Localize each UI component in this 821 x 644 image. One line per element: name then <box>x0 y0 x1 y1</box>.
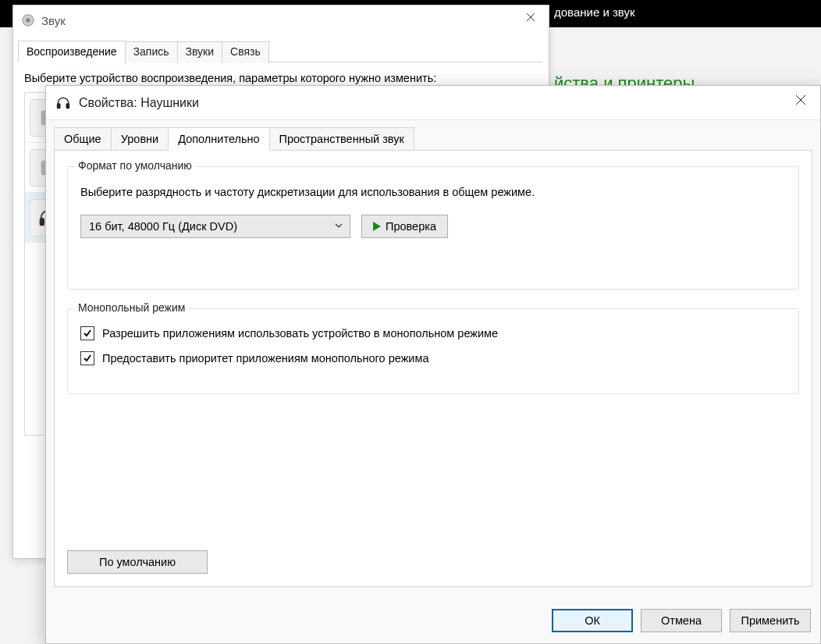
properties-title: Свойства: Наушники <box>79 96 199 110</box>
play-icon <box>373 222 381 231</box>
test-button[interactable]: Проверка <box>361 215 448 238</box>
dialog-button-row: ОК Отмена Применить <box>552 609 811 632</box>
tab-advanced[interactable]: Дополнительно <box>168 127 269 151</box>
checkbox-allow-exclusive-label: Разрешить приложениям использовать устро… <box>102 327 498 340</box>
default-format-description: Выберите разрядность и частоту дискретиз… <box>80 184 786 201</box>
sound-instruction: Выберите устройство воспроизведения, пар… <box>24 72 539 84</box>
tab-recording[interactable]: Запись <box>125 41 178 63</box>
apply-button[interactable]: Применить <box>730 609 811 632</box>
svg-rect-9 <box>66 103 69 108</box>
tab-communications[interactable]: Связь <box>222 41 269 63</box>
group-default-format-legend: Формат по умолчанию <box>74 159 196 172</box>
sound-close-button[interactable] <box>513 5 549 29</box>
ok-button[interactable]: ОК <box>552 609 633 632</box>
checkbox-exclusive-priority[interactable] <box>80 351 94 365</box>
properties-close-button[interactable] <box>781 86 820 114</box>
format-combobox-value: 16 бит, 48000 Гц (Диск DVD) <box>89 220 237 233</box>
tab-playback[interactable]: Воспроизведение <box>18 41 126 62</box>
svg-rect-8 <box>58 103 60 108</box>
tab-general[interactable]: Общие <box>54 127 112 151</box>
sound-tabs: Воспроизведение Запись Звуки Связь <box>18 40 542 62</box>
properties-tabs: Общие Уровни Дополнительно Пространствен… <box>54 126 812 150</box>
group-exclusive-mode: Монопольный режим Разрешить приложениям … <box>67 308 799 394</box>
checkmark-icon <box>83 354 92 363</box>
svg-rect-6 <box>41 219 44 225</box>
sound-titlebar[interactable]: Звук <box>13 5 549 35</box>
tab-sounds[interactable]: Звуки <box>177 41 223 63</box>
properties-panel: Формат по умолчанию Выберите разрядность… <box>54 150 812 587</box>
cancel-button[interactable]: Отмена <box>641 609 722 632</box>
close-icon <box>795 94 806 105</box>
svg-point-1 <box>26 18 30 22</box>
close-icon <box>526 12 535 22</box>
tab-levels[interactable]: Уровни <box>111 127 169 151</box>
headphones-icon <box>55 95 71 111</box>
checkbox-allow-exclusive[interactable] <box>80 326 94 340</box>
speaker-icon <box>21 13 35 27</box>
sound-title: Звук <box>41 14 66 27</box>
chevron-down-icon <box>334 220 343 233</box>
properties-titlebar[interactable]: Свойства: Наушники <box>46 86 820 120</box>
properties-dialog: Свойства: Наушники Общие Уровни Дополнит… <box>45 85 821 644</box>
group-default-format: Формат по умолчанию Выберите разрядность… <box>67 166 799 290</box>
background-topbar-text: дование и звук <box>554 5 635 19</box>
checkmark-icon <box>83 329 92 338</box>
checkbox-exclusive-priority-label: Предоставить приоритет приложениям моноп… <box>102 352 428 365</box>
tab-spatial-sound[interactable]: Пространственный звук <box>269 127 414 151</box>
format-combobox[interactable]: 16 бит, 48000 Гц (Диск DVD) <box>80 215 350 238</box>
restore-defaults-button[interactable]: По умолчанию <box>67 550 208 574</box>
group-exclusive-legend: Монопольный режим <box>74 301 189 314</box>
test-button-label: Проверка <box>386 220 436 233</box>
